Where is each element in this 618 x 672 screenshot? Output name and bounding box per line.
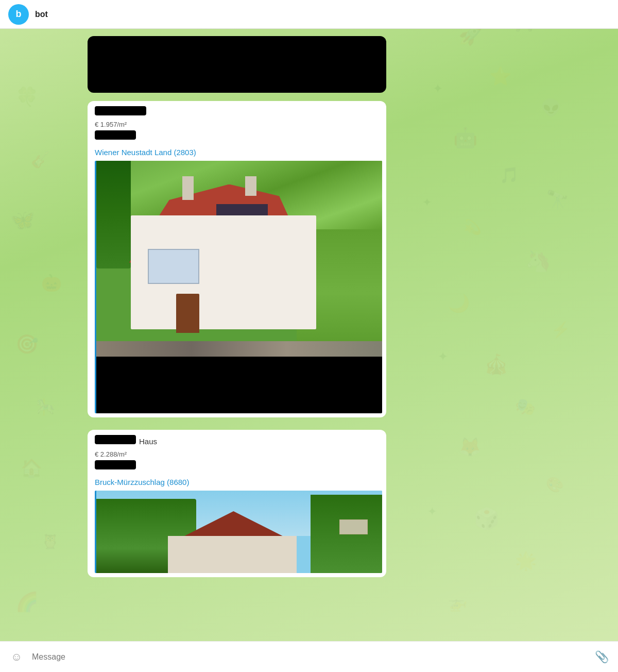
listing-2-header: Haus € 2.288/m² bbox=[88, 430, 386, 475]
avatar-letter: b bbox=[16, 9, 22, 20]
listing-1-image-black-bar bbox=[96, 357, 382, 413]
chat-area: € 1.957/m² Wiener Neustadt Land (2803) bbox=[0, 29, 618, 641]
listing-card-2: Haus € 2.288/m² Bruck-Mürzzuschlag (8680… bbox=[88, 430, 386, 577]
listing-1-wrapper: € 1.957/m² Wiener Neustadt Land (2803) bbox=[77, 99, 541, 424]
listing-2-price: € 2.288/m² bbox=[95, 450, 379, 458]
listing-card-partial bbox=[88, 36, 386, 93]
emoji-button[interactable]: ☺ bbox=[7, 648, 26, 666]
chat-header: b bot bbox=[0, 0, 618, 29]
avatar: b bbox=[8, 4, 29, 25]
bot-name: bot bbox=[35, 10, 48, 19]
listing-1-size-badge bbox=[95, 130, 136, 140]
attach-button[interactable]: 📎 bbox=[592, 648, 611, 666]
listing-card-1: € 1.957/m² Wiener Neustadt Land (2803) bbox=[88, 101, 386, 417]
message-input[interactable] bbox=[32, 652, 586, 662]
listing-2-image-container bbox=[95, 491, 382, 573]
listing-2-size-badge bbox=[95, 460, 136, 469]
listing-2-type-prefix-badge bbox=[95, 435, 136, 444]
listing-1-image-container bbox=[95, 161, 382, 413]
partial-image-top bbox=[88, 36, 386, 93]
attach-icon: 📎 bbox=[595, 650, 609, 664]
listing-1-image bbox=[96, 161, 382, 357]
listing-2-type-label: Haus bbox=[139, 437, 157, 446]
listing-1-header: € 1.957/m² bbox=[88, 101, 386, 145]
listing-1-price: € 1.957/m² bbox=[95, 121, 379, 128]
listing-2-image bbox=[96, 491, 382, 573]
listing-1-type-badge bbox=[95, 106, 146, 115]
listing-1-location[interactable]: Wiener Neustadt Land (2803) bbox=[88, 145, 386, 161]
listing-2-location[interactable]: Bruck-Mürzzuschlag (8680) bbox=[88, 475, 386, 491]
emoji-icon: ☺ bbox=[11, 650, 22, 664]
message-input-bar: ☺ 📎 bbox=[0, 641, 618, 672]
first-partial-message bbox=[77, 34, 541, 99]
listing-2-wrapper: Haus € 2.288/m² Bruck-Mürzzuschlag (8680… bbox=[77, 424, 541, 583]
